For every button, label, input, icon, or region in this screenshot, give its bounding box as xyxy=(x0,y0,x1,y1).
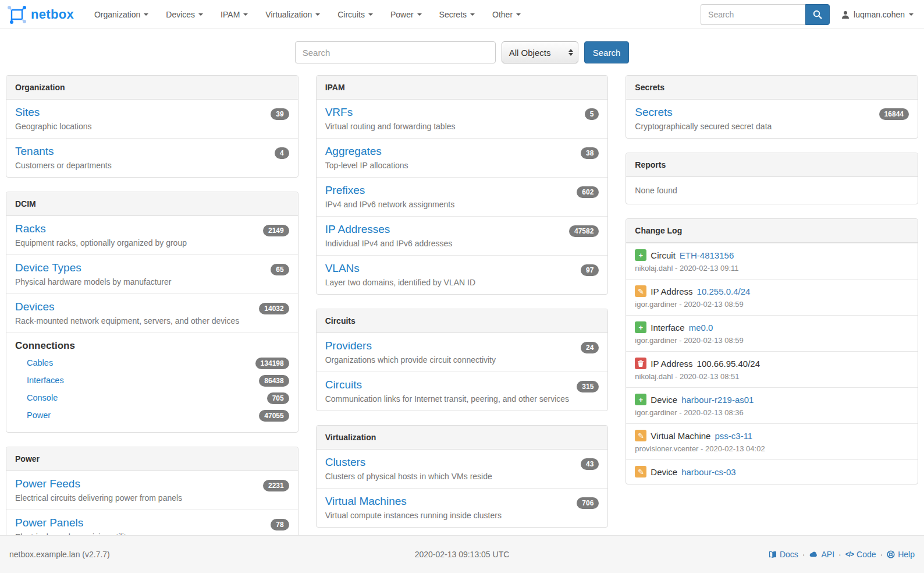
log-object-link[interactable]: me0.0 xyxy=(689,323,713,333)
footer-link-docs[interactable]: Docs xyxy=(769,550,798,559)
list-item: 2149RacksEquipment racks, optionally org… xyxy=(6,216,298,254)
log-object-link[interactable]: ETH-4813156 xyxy=(680,250,734,260)
item-link-racks[interactable]: Racks xyxy=(15,222,46,235)
log-object-type: IP Address xyxy=(651,286,692,296)
item-link-interfaces[interactable]: Interfaces xyxy=(27,376,64,385)
chevron-down-icon xyxy=(909,13,914,16)
panel-changelog: Change Log+Circuit ETH-4813156nikolaj.da… xyxy=(626,218,918,484)
plus-icon: + xyxy=(635,249,646,261)
netbox-logo[interactable]: netbox xyxy=(7,5,74,24)
item-link-console[interactable]: Console xyxy=(27,393,58,402)
item-link-power-feeds[interactable]: Power Feeds xyxy=(15,477,80,490)
item-link-circuits[interactable]: Circuits xyxy=(325,379,362,391)
top-navbar: netbox OrganizationDevicesIPAMVirtualiza… xyxy=(0,0,924,29)
log-object-link[interactable]: 10.255.0.4/24 xyxy=(697,286,751,296)
item-link-power-panels[interactable]: Power Panels xyxy=(15,517,83,529)
item-link-devices[interactable]: Devices xyxy=(15,300,55,313)
log-object-link[interactable]: harbour-r219-as01 xyxy=(681,395,754,405)
count-badge: 4 xyxy=(275,147,289,159)
item-link-aggregates[interactable]: Aggregates xyxy=(325,145,382,157)
panel-title: Virtualization xyxy=(317,426,608,450)
dashboard: Organization39SitesGeographic locations4… xyxy=(5,75,919,549)
global-search-button[interactable]: Search xyxy=(584,41,630,63)
panel-title: DCIM xyxy=(6,192,298,216)
brand-name: netbox xyxy=(31,7,74,22)
footer-link-code[interactable]: </>Code xyxy=(845,550,876,559)
log-object-link[interactable]: pss-c3-11 xyxy=(715,431,752,441)
help-icon xyxy=(887,550,895,558)
panel-title: Reports xyxy=(626,153,918,177)
item-link-tenants[interactable]: Tenants xyxy=(15,145,54,157)
nav-item-organization[interactable]: Organization xyxy=(86,1,157,29)
changelog-entry: +Circuit ETH-4813156nikolaj.dahl - 2020-… xyxy=(626,243,918,279)
footer-link-label: API xyxy=(821,550,834,559)
empty-text: None found xyxy=(626,177,918,204)
item-link-vlans[interactable]: VLANs xyxy=(325,262,360,274)
item-link-sites[interactable]: Sites xyxy=(15,106,40,118)
nav-item-ipam[interactable]: IPAM xyxy=(212,1,257,29)
item-description: Communication links for Internet transit… xyxy=(325,394,599,404)
item-description: Cryptographically secured secret data xyxy=(635,122,909,131)
search-scope-select[interactable]: All Objects xyxy=(502,41,578,63)
pencil-icon: ✎ xyxy=(635,466,646,477)
item-description: Equipment racks, optionally organized by… xyxy=(15,238,289,247)
nav-item-circuits[interactable]: Circuits xyxy=(329,1,382,29)
item-description: Top-level IP allocations xyxy=(325,161,599,170)
nav-item-virtualization[interactable]: Virtualization xyxy=(257,1,329,29)
footer-link-label: Help xyxy=(898,550,915,559)
item-link-power[interactable]: Power xyxy=(27,411,51,420)
count-badge: 65 xyxy=(271,264,289,275)
nav-item-power[interactable]: Power xyxy=(382,1,431,29)
item-link-device-types[interactable]: Device Types xyxy=(15,261,81,274)
plus-icon: + xyxy=(635,321,646,333)
footer-link-help[interactable]: Help xyxy=(887,550,915,559)
item-link-clusters[interactable]: Clusters xyxy=(325,456,366,468)
item-description: Customers or departments xyxy=(15,161,289,170)
nav-item-label: Devices xyxy=(166,10,195,19)
trash-icon xyxy=(635,358,646,369)
nav-item-devices[interactable]: Devices xyxy=(157,1,212,29)
chevron-down-icon xyxy=(315,13,320,16)
changelog-entry: +Device harbour-r219-as01igor.gardiner -… xyxy=(626,387,918,423)
nav-item-label: Secrets xyxy=(439,10,467,19)
subsection-title: Connections xyxy=(15,340,289,352)
item-link-secrets[interactable]: Secrets xyxy=(635,106,672,118)
item-link-virtual-machines[interactable]: Virtual Machines xyxy=(325,495,407,507)
log-object-link[interactable]: harbour-cs-03 xyxy=(681,467,735,477)
footer-link-api[interactable]: API xyxy=(809,550,834,559)
count-badge: 2149 xyxy=(263,225,289,236)
navbar-search-button[interactable] xyxy=(805,4,830,25)
search-icon xyxy=(813,10,822,19)
item-link-providers[interactable]: Providers xyxy=(325,339,372,352)
list-item: 602PrefixesIPv4 and IPv6 network assignm… xyxy=(317,177,608,216)
list-item: 47582IP AddressesIndividual IPv4 and IPv… xyxy=(317,216,608,255)
item-link-vrfs[interactable]: VRFs xyxy=(325,106,353,118)
panel-title: Power xyxy=(6,447,298,471)
connections-section: Connections134198Cables86438Interfaces70… xyxy=(6,333,298,432)
item-description: Rack-mounted network equipment, servers,… xyxy=(15,316,289,326)
nav-item-secrets[interactable]: Secrets xyxy=(431,1,484,29)
count-badge: 602 xyxy=(577,186,599,198)
item-link-prefixes[interactable]: Prefixes xyxy=(325,184,365,196)
nav-item-other[interactable]: Other xyxy=(484,1,529,29)
global-search-input[interactable] xyxy=(295,41,496,63)
item-description: Clusters of physical hosts in which VMs … xyxy=(325,472,599,481)
changelog-entry: ✎IP Address 10.255.0.4/24igor.gardiner -… xyxy=(626,279,918,315)
chevron-down-icon xyxy=(516,13,521,16)
count-badge: 14032 xyxy=(259,303,289,314)
separator: · xyxy=(802,550,805,559)
count-badge: 5 xyxy=(585,108,599,120)
sub-list-item: 47055Power xyxy=(15,408,289,425)
item-link-cables[interactable]: Cables xyxy=(27,358,53,367)
nav-menu: OrganizationDevicesIPAMVirtualizationCir… xyxy=(86,1,529,29)
panel-circuits: Circuits24ProvidersOrganizations which p… xyxy=(316,309,609,411)
log-object-text: 100.66.95.40/24 xyxy=(697,359,760,369)
nav-item-label: Circuits xyxy=(337,10,365,19)
item-description: IPv4 and IPv6 network assignments xyxy=(325,200,599,209)
log-title: +Circuit ETH-4813156 xyxy=(635,249,909,261)
panel-title: Organization xyxy=(6,76,298,100)
item-link-ip-addresses[interactable]: IP Addresses xyxy=(325,223,390,235)
user-menu[interactable]: luqman.cohen xyxy=(841,10,917,19)
item-description: Organizations which provide circuit conn… xyxy=(325,355,599,365)
navbar-search-input[interactable] xyxy=(701,4,805,25)
